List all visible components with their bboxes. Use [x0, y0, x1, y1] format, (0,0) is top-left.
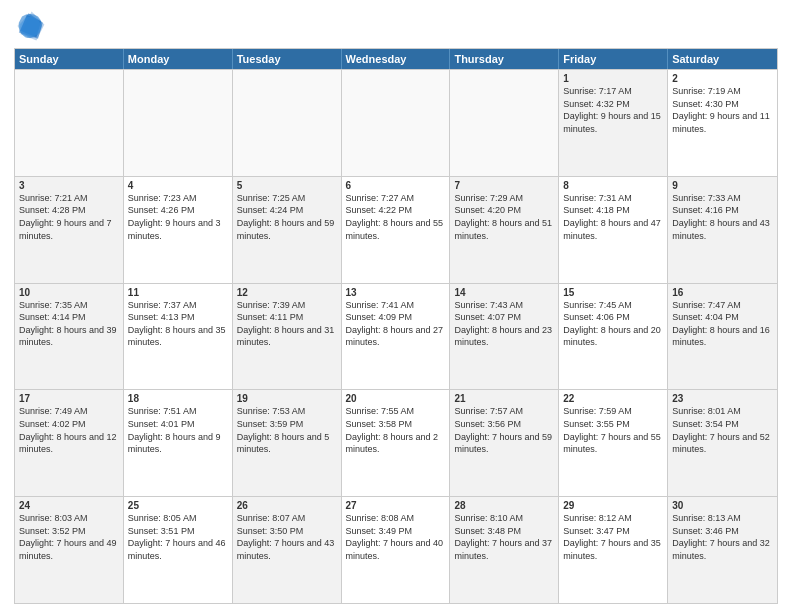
- calendar-cell: 20Sunrise: 7:55 AM Sunset: 3:58 PM Dayli…: [342, 390, 451, 496]
- calendar-cell: 15Sunrise: 7:45 AM Sunset: 4:06 PM Dayli…: [559, 284, 668, 390]
- day-info: Sunrise: 7:49 AM Sunset: 4:02 PM Dayligh…: [19, 405, 119, 455]
- day-info: Sunrise: 7:19 AM Sunset: 4:30 PM Dayligh…: [672, 85, 773, 135]
- calendar-header: SundayMondayTuesdayWednesdayThursdayFrid…: [15, 49, 777, 69]
- day-info: Sunrise: 8:03 AM Sunset: 3:52 PM Dayligh…: [19, 512, 119, 562]
- day-number: 21: [454, 393, 554, 404]
- day-info: Sunrise: 8:08 AM Sunset: 3:49 PM Dayligh…: [346, 512, 446, 562]
- calendar-cell: [15, 70, 124, 176]
- calendar-row-1: 3Sunrise: 7:21 AM Sunset: 4:28 PM Daylig…: [15, 176, 777, 283]
- day-info: Sunrise: 7:21 AM Sunset: 4:28 PM Dayligh…: [19, 192, 119, 242]
- calendar-cell: 9Sunrise: 7:33 AM Sunset: 4:16 PM Daylig…: [668, 177, 777, 283]
- calendar-cell: 16Sunrise: 7:47 AM Sunset: 4:04 PM Dayli…: [668, 284, 777, 390]
- day-info: Sunrise: 7:39 AM Sunset: 4:11 PM Dayligh…: [237, 299, 337, 349]
- calendar: SundayMondayTuesdayWednesdayThursdayFrid…: [14, 48, 778, 604]
- calendar-cell: 10Sunrise: 7:35 AM Sunset: 4:14 PM Dayli…: [15, 284, 124, 390]
- calendar-body: 1Sunrise: 7:17 AM Sunset: 4:32 PM Daylig…: [15, 69, 777, 603]
- calendar-cell: 8Sunrise: 7:31 AM Sunset: 4:18 PM Daylig…: [559, 177, 668, 283]
- day-info: Sunrise: 7:31 AM Sunset: 4:18 PM Dayligh…: [563, 192, 663, 242]
- day-info: Sunrise: 7:47 AM Sunset: 4:04 PM Dayligh…: [672, 299, 773, 349]
- header-day-wednesday: Wednesday: [342, 49, 451, 69]
- day-number: 17: [19, 393, 119, 404]
- header-day-sunday: Sunday: [15, 49, 124, 69]
- day-number: 13: [346, 287, 446, 298]
- calendar-cell: 22Sunrise: 7:59 AM Sunset: 3:55 PM Dayli…: [559, 390, 668, 496]
- calendar-cell: 11Sunrise: 7:37 AM Sunset: 4:13 PM Dayli…: [124, 284, 233, 390]
- day-number: 27: [346, 500, 446, 511]
- header-day-thursday: Thursday: [450, 49, 559, 69]
- calendar-cell: 18Sunrise: 7:51 AM Sunset: 4:01 PM Dayli…: [124, 390, 233, 496]
- day-info: Sunrise: 8:13 AM Sunset: 3:46 PM Dayligh…: [672, 512, 773, 562]
- calendar-cell: 7Sunrise: 7:29 AM Sunset: 4:20 PM Daylig…: [450, 177, 559, 283]
- calendar-cell: 6Sunrise: 7:27 AM Sunset: 4:22 PM Daylig…: [342, 177, 451, 283]
- calendar-cell: 5Sunrise: 7:25 AM Sunset: 4:24 PM Daylig…: [233, 177, 342, 283]
- day-number: 28: [454, 500, 554, 511]
- day-number: 16: [672, 287, 773, 298]
- calendar-cell: 13Sunrise: 7:41 AM Sunset: 4:09 PM Dayli…: [342, 284, 451, 390]
- calendar-cell: 17Sunrise: 7:49 AM Sunset: 4:02 PM Dayli…: [15, 390, 124, 496]
- day-number: 12: [237, 287, 337, 298]
- header-day-saturday: Saturday: [668, 49, 777, 69]
- day-info: Sunrise: 7:55 AM Sunset: 3:58 PM Dayligh…: [346, 405, 446, 455]
- day-info: Sunrise: 8:10 AM Sunset: 3:48 PM Dayligh…: [454, 512, 554, 562]
- day-info: Sunrise: 8:05 AM Sunset: 3:51 PM Dayligh…: [128, 512, 228, 562]
- day-info: Sunrise: 8:12 AM Sunset: 3:47 PM Dayligh…: [563, 512, 663, 562]
- calendar-cell: 27Sunrise: 8:08 AM Sunset: 3:49 PM Dayli…: [342, 497, 451, 603]
- day-info: Sunrise: 7:25 AM Sunset: 4:24 PM Dayligh…: [237, 192, 337, 242]
- day-number: 19: [237, 393, 337, 404]
- day-number: 5: [237, 180, 337, 191]
- day-number: 25: [128, 500, 228, 511]
- day-info: Sunrise: 7:27 AM Sunset: 4:22 PM Dayligh…: [346, 192, 446, 242]
- day-info: Sunrise: 7:37 AM Sunset: 4:13 PM Dayligh…: [128, 299, 228, 349]
- day-number: 10: [19, 287, 119, 298]
- calendar-row-3: 17Sunrise: 7:49 AM Sunset: 4:02 PM Dayli…: [15, 389, 777, 496]
- day-info: Sunrise: 7:35 AM Sunset: 4:14 PM Dayligh…: [19, 299, 119, 349]
- day-info: Sunrise: 7:43 AM Sunset: 4:07 PM Dayligh…: [454, 299, 554, 349]
- day-number: 24: [19, 500, 119, 511]
- day-number: 9: [672, 180, 773, 191]
- day-info: Sunrise: 7:29 AM Sunset: 4:20 PM Dayligh…: [454, 192, 554, 242]
- header-day-tuesday: Tuesday: [233, 49, 342, 69]
- day-number: 7: [454, 180, 554, 191]
- day-number: 20: [346, 393, 446, 404]
- logo: [14, 10, 50, 42]
- day-number: 4: [128, 180, 228, 191]
- calendar-cell: 26Sunrise: 8:07 AM Sunset: 3:50 PM Dayli…: [233, 497, 342, 603]
- day-info: Sunrise: 7:23 AM Sunset: 4:26 PM Dayligh…: [128, 192, 228, 242]
- day-number: 8: [563, 180, 663, 191]
- calendar-cell: 19Sunrise: 7:53 AM Sunset: 3:59 PM Dayli…: [233, 390, 342, 496]
- day-number: 18: [128, 393, 228, 404]
- day-info: Sunrise: 8:07 AM Sunset: 3:50 PM Dayligh…: [237, 512, 337, 562]
- calendar-cell: 28Sunrise: 8:10 AM Sunset: 3:48 PM Dayli…: [450, 497, 559, 603]
- day-info: Sunrise: 7:17 AM Sunset: 4:32 PM Dayligh…: [563, 85, 663, 135]
- calendar-cell: 23Sunrise: 8:01 AM Sunset: 3:54 PM Dayli…: [668, 390, 777, 496]
- day-number: 14: [454, 287, 554, 298]
- day-info: Sunrise: 7:41 AM Sunset: 4:09 PM Dayligh…: [346, 299, 446, 349]
- calendar-cell: 12Sunrise: 7:39 AM Sunset: 4:11 PM Dayli…: [233, 284, 342, 390]
- day-number: 6: [346, 180, 446, 191]
- day-info: Sunrise: 7:57 AM Sunset: 3:56 PM Dayligh…: [454, 405, 554, 455]
- day-info: Sunrise: 7:59 AM Sunset: 3:55 PM Dayligh…: [563, 405, 663, 455]
- day-number: 15: [563, 287, 663, 298]
- calendar-cell: [233, 70, 342, 176]
- page: SundayMondayTuesdayWednesdayThursdayFrid…: [0, 0, 792, 612]
- day-info: Sunrise: 7:53 AM Sunset: 3:59 PM Dayligh…: [237, 405, 337, 455]
- calendar-cell: 2Sunrise: 7:19 AM Sunset: 4:30 PM Daylig…: [668, 70, 777, 176]
- day-number: 29: [563, 500, 663, 511]
- day-info: Sunrise: 7:33 AM Sunset: 4:16 PM Dayligh…: [672, 192, 773, 242]
- day-number: 26: [237, 500, 337, 511]
- calendar-row-4: 24Sunrise: 8:03 AM Sunset: 3:52 PM Dayli…: [15, 496, 777, 603]
- calendar-row-0: 1Sunrise: 7:17 AM Sunset: 4:32 PM Daylig…: [15, 69, 777, 176]
- calendar-row-2: 10Sunrise: 7:35 AM Sunset: 4:14 PM Dayli…: [15, 283, 777, 390]
- calendar-cell: 21Sunrise: 7:57 AM Sunset: 3:56 PM Dayli…: [450, 390, 559, 496]
- calendar-cell: [450, 70, 559, 176]
- day-number: 22: [563, 393, 663, 404]
- calendar-cell: [124, 70, 233, 176]
- calendar-cell: 3Sunrise: 7:21 AM Sunset: 4:28 PM Daylig…: [15, 177, 124, 283]
- day-info: Sunrise: 8:01 AM Sunset: 3:54 PM Dayligh…: [672, 405, 773, 455]
- day-number: 3: [19, 180, 119, 191]
- day-info: Sunrise: 7:45 AM Sunset: 4:06 PM Dayligh…: [563, 299, 663, 349]
- calendar-cell: 24Sunrise: 8:03 AM Sunset: 3:52 PM Dayli…: [15, 497, 124, 603]
- day-number: 1: [563, 73, 663, 84]
- day-number: 2: [672, 73, 773, 84]
- calendar-cell: 25Sunrise: 8:05 AM Sunset: 3:51 PM Dayli…: [124, 497, 233, 603]
